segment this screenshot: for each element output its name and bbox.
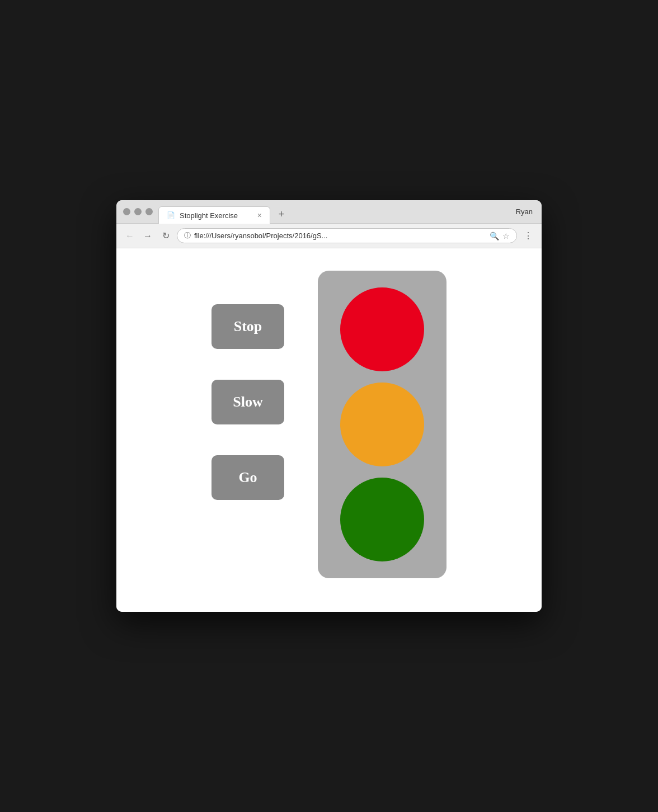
fullscreen-window-dot[interactable] xyxy=(145,208,153,215)
tab-close-button[interactable]: × xyxy=(257,211,262,220)
toolbar-end: ⋮ xyxy=(521,228,535,243)
address-bar-row: ← → ↻ ⓘ file:///Users/ryansobol/Projects… xyxy=(116,224,542,248)
reload-button[interactable]: ↻ xyxy=(159,229,172,243)
forward-button[interactable]: → xyxy=(141,229,154,243)
forward-icon: → xyxy=(143,231,152,241)
stop-button[interactable]: Stop xyxy=(212,304,284,349)
active-tab[interactable]: 📄 Stoplight Exercise × xyxy=(158,206,270,224)
menu-icon[interactable]: ⋮ xyxy=(521,228,535,243)
back-icon: ← xyxy=(125,231,134,241)
window-controls xyxy=(123,208,153,221)
tab-bar: 📄 Stoplight Exercise × + xyxy=(158,206,510,223)
minimize-window-dot[interactable] xyxy=(134,208,142,215)
slow-button[interactable]: Slow xyxy=(212,380,284,424)
address-bar[interactable]: ⓘ file:///Users/ryansobol/Projects/2016/… xyxy=(177,228,517,243)
browser-window: 📄 Stoplight Exercise × + Ryan ← → ↻ ⓘ fi… xyxy=(116,200,542,612)
title-bar: 📄 Stoplight Exercise × + Ryan xyxy=(116,200,542,224)
address-text: file:///Users/ryansobol/Projects/2016/gS… xyxy=(194,232,486,240)
search-icon[interactable]: 🔍 xyxy=(490,232,499,240)
secure-icon: ⓘ xyxy=(184,231,191,240)
page-content: Stop Slow Go xyxy=(116,248,542,612)
go-button[interactable]: Go xyxy=(212,455,284,500)
red-light xyxy=(340,287,424,371)
yellow-light xyxy=(340,383,424,466)
tab-page-icon: 📄 xyxy=(167,211,175,219)
back-button[interactable]: ← xyxy=(123,229,137,243)
new-tab-button[interactable]: + xyxy=(274,207,289,223)
buttons-column: Stop Slow Go xyxy=(212,271,284,500)
user-label: Ryan xyxy=(516,207,535,221)
green-light xyxy=(340,478,424,561)
bookmark-icon[interactable]: ☆ xyxy=(502,232,510,240)
reload-icon: ↻ xyxy=(162,230,170,241)
close-window-dot[interactable] xyxy=(123,208,130,215)
tab-title: Stoplight Exercise xyxy=(180,211,238,220)
stoplight-housing xyxy=(318,271,446,578)
